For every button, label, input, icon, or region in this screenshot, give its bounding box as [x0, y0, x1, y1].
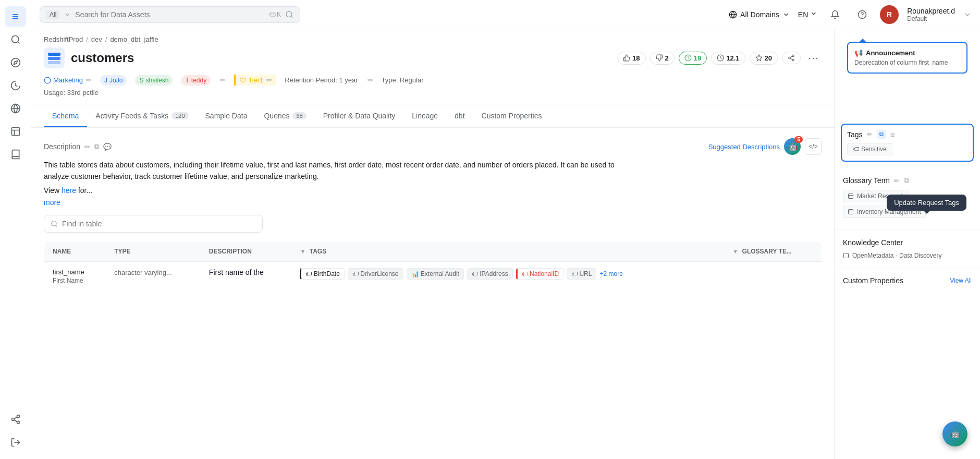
svg-point-23 [44, 77, 51, 83]
knowledge-item[interactable]: OpenMetadata - Data Discovery [843, 252, 972, 259]
tags-request-icon[interactable]: ⧉ [877, 130, 886, 139]
description-view-more: View here for... [44, 185, 617, 196]
description-copy-icon[interactable]: ⧉ [94, 142, 99, 151]
more-tags-link[interactable]: +2 more [599, 270, 622, 277]
suggested-count: 5 [794, 136, 803, 143]
tabs-bar: Schema Activity Feeds & Tasks 120 Sample… [31, 105, 834, 128]
retention-edit-icon[interactable]: ✏ [368, 76, 373, 84]
tier-edit-icon[interactable]: ✏ [266, 76, 272, 84]
announcement-title: Announcement [866, 49, 915, 57]
tags-edit-icon[interactable]: ✏ [867, 130, 873, 138]
svg-rect-15 [48, 57, 60, 60]
domain-selector[interactable]: All Domains [729, 10, 790, 19]
chat-float-button[interactable]: 🤖 [942, 421, 967, 446]
stars-button[interactable]: 20 [750, 52, 778, 65]
svg-point-6 [17, 421, 19, 424]
likes-button[interactable]: 18 [617, 52, 645, 65]
col-header-description: DESCRIPTION [201, 241, 292, 262]
more-options-button[interactable]: ⋯ [805, 50, 822, 66]
tags-label: Tags [847, 130, 863, 139]
glossary-copy-icon[interactable]: ⧉ [904, 176, 909, 185]
announcement-box: 📢 Announcement Deprecation of column fir… [847, 42, 967, 74]
tab-activity[interactable]: Activity Feeds & Tasks 120 [87, 105, 197, 127]
tab-custom[interactable]: Custom Properties [473, 105, 550, 127]
find-bar [44, 215, 822, 233]
tab-profiler[interactable]: Profiler & Data Quality [315, 105, 404, 127]
breadcrumb-part-2[interactable]: dev [91, 35, 102, 43]
find-search-icon [51, 220, 58, 227]
code-toggle-button[interactable]: </> [805, 138, 822, 155]
announcement-text: Deprecation of column first_name [854, 59, 960, 66]
owner-shailesh[interactable]: S shailesh [135, 75, 173, 86]
sidebar-item-globe[interactable] [5, 98, 26, 119]
share-button[interactable] [782, 52, 801, 64]
view-all-link[interactable]: View All [950, 277, 972, 284]
search-type-badge[interactable]: All [46, 10, 59, 19]
tier-badge[interactable]: Tier1 ✏ [234, 75, 276, 86]
tab-lineage[interactable]: Lineage [403, 105, 446, 127]
tag-nationalid[interactable]: 🏷 NationalID [516, 268, 564, 280]
owner-teddy[interactable]: T teddy [181, 75, 211, 86]
sensitive-tag[interactable]: 🏷 Sensitive [847, 143, 892, 155]
tag-driverlicense[interactable]: 🏷 DriverLicense [348, 268, 403, 280]
category-label: Marketing [53, 76, 83, 84]
column-tags: 🏷 BirthDate 🏷 DriverLicense 📊 External A… [300, 268, 716, 280]
svg-point-4 [17, 415, 19, 418]
tab-dbt[interactable]: dbt [446, 105, 473, 127]
breadcrumb-part-1[interactable]: RedshiftProd [44, 35, 83, 43]
description-comment-icon[interactable]: 💬 [103, 143, 112, 151]
user-avatar[interactable]: R [880, 5, 899, 24]
category-edit-icon[interactable]: ✏ [86, 76, 92, 84]
user-info[interactable]: Rounakpreet.d Default [907, 7, 955, 22]
sidebar-item-insights[interactable] [5, 75, 26, 96]
sidebar-item-pipeline[interactable] [5, 409, 26, 430]
sidebar-logo[interactable]: ≡ [5, 6, 26, 27]
suggested-descriptions-button[interactable]: Suggested Descriptions 🤖 5 [708, 138, 801, 155]
header-actions: 18 2 19 [617, 50, 822, 66]
tab-sample[interactable]: Sample Data [197, 105, 256, 127]
schema-table: NAME TYPE DESCRIPTION ▼ [44, 241, 822, 291]
chat-avatar: 🤖 5 [784, 138, 801, 155]
sidebar-item-explore[interactable] [5, 52, 26, 73]
tag-ipaddress[interactable]: 🏷 IPAddress [467, 268, 513, 280]
owner-jojo[interactable]: J JoJo [100, 75, 127, 86]
custom-props-label: Custom Properties [843, 276, 903, 285]
tags-copy-icon[interactable]: ⧇ [890, 130, 895, 139]
views-button[interactable]: 19 [679, 52, 707, 65]
dislikes-button[interactable]: 2 [650, 52, 675, 65]
tag-birthdate[interactable]: 🏷 BirthDate [300, 268, 344, 280]
breadcrumb: RedshiftProd / dev / demo_dbt_jaffle [31, 29, 834, 47]
column-name: first_name [53, 268, 97, 276]
history-button[interactable]: 12.1 [711, 52, 745, 65]
svg-rect-27 [844, 253, 849, 258]
notifications-button[interactable] [826, 5, 844, 24]
search-input[interactable] [75, 10, 265, 19]
tab-queries[interactable]: Queries 68 [255, 105, 314, 127]
find-in-table-input[interactable] [62, 220, 256, 228]
description-link[interactable]: here [62, 186, 76, 195]
custom-properties-section: Custom Properties View All [835, 268, 980, 293]
sidebar-item-governance[interactable] [5, 121, 26, 142]
breadcrumb-part-3[interactable]: demo_dbt_jaffle [110, 35, 158, 43]
type-label: Type: Regular [382, 76, 424, 84]
sidebar-item-docs[interactable] [5, 144, 26, 165]
owners-edit-icon[interactable]: ✏ [220, 76, 226, 84]
tier-label: Tier1 [248, 76, 263, 84]
sidebar-item-search[interactable] [5, 29, 26, 50]
svg-point-24 [52, 221, 56, 226]
description-edit-icon[interactable]: ✏ [84, 143, 90, 151]
database-icon [44, 47, 65, 68]
glossary-edit-icon[interactable]: ✏ [894, 177, 900, 185]
tag-externalaudit[interactable]: 📊 External Audit [407, 268, 464, 280]
tag-url[interactable]: 🏷 URL [567, 268, 596, 280]
help-button[interactable] [853, 5, 872, 24]
expand-icon [963, 10, 972, 19]
language-selector[interactable]: EN [798, 10, 817, 19]
description-more-link[interactable]: more [44, 198, 822, 207]
category-tag[interactable]: Marketing ✏ [44, 76, 92, 84]
tab-schema[interactable]: Schema [44, 105, 87, 127]
description-section: Description ✏ ⧉ 💬 Suggested Descriptions… [44, 138, 822, 207]
sidebar-item-logout[interactable] [5, 432, 26, 453]
svg-marker-19 [756, 55, 762, 61]
table-row: first_name First Name character varying.… [44, 262, 822, 291]
